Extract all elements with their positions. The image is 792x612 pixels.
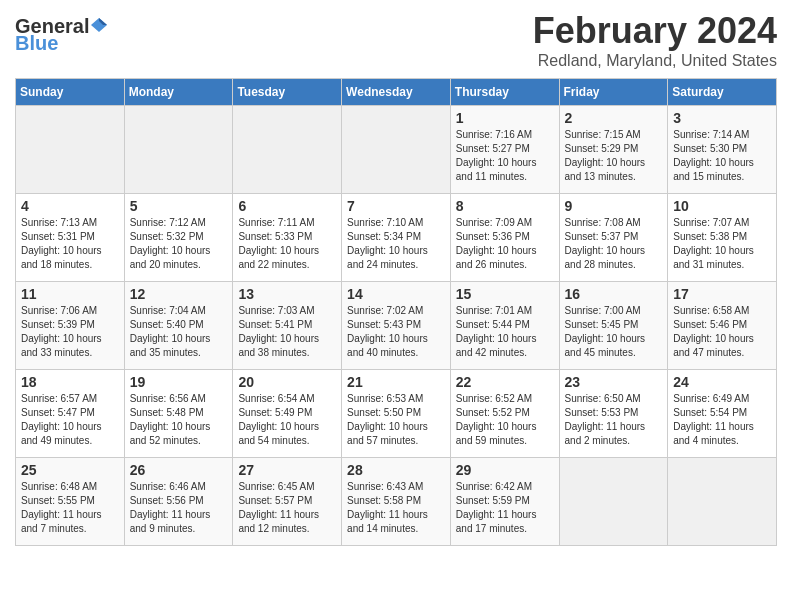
day-cell (559, 458, 668, 546)
day-info: Sunrise: 7:10 AM Sunset: 5:34 PM Dayligh… (347, 216, 445, 272)
day-number: 12 (130, 286, 228, 302)
day-info: Sunrise: 6:52 AM Sunset: 5:52 PM Dayligh… (456, 392, 554, 448)
day-cell (124, 106, 233, 194)
col-header-friday: Friday (559, 79, 668, 106)
day-number: 5 (130, 198, 228, 214)
day-info: Sunrise: 6:48 AM Sunset: 5:55 PM Dayligh… (21, 480, 119, 536)
col-header-thursday: Thursday (450, 79, 559, 106)
day-cell: 2Sunrise: 7:15 AM Sunset: 5:29 PM Daylig… (559, 106, 668, 194)
day-cell (16, 106, 125, 194)
day-info: Sunrise: 7:03 AM Sunset: 5:41 PM Dayligh… (238, 304, 336, 360)
day-info: Sunrise: 6:46 AM Sunset: 5:56 PM Dayligh… (130, 480, 228, 536)
day-cell: 27Sunrise: 6:45 AM Sunset: 5:57 PM Dayli… (233, 458, 342, 546)
day-info: Sunrise: 7:01 AM Sunset: 5:44 PM Dayligh… (456, 304, 554, 360)
day-cell: 1Sunrise: 7:16 AM Sunset: 5:27 PM Daylig… (450, 106, 559, 194)
day-info: Sunrise: 6:50 AM Sunset: 5:53 PM Dayligh… (565, 392, 663, 448)
day-info: Sunrise: 7:00 AM Sunset: 5:45 PM Dayligh… (565, 304, 663, 360)
month-title: February 2024 (533, 10, 777, 52)
logo: General Blue (15, 10, 108, 55)
week-row-3: 11Sunrise: 7:06 AM Sunset: 5:39 PM Dayli… (16, 282, 777, 370)
day-cell (342, 106, 451, 194)
day-number: 7 (347, 198, 445, 214)
day-number: 9 (565, 198, 663, 214)
day-info: Sunrise: 7:02 AM Sunset: 5:43 PM Dayligh… (347, 304, 445, 360)
col-header-saturday: Saturday (668, 79, 777, 106)
day-number: 11 (21, 286, 119, 302)
week-row-2: 4Sunrise: 7:13 AM Sunset: 5:31 PM Daylig… (16, 194, 777, 282)
week-row-5: 25Sunrise: 6:48 AM Sunset: 5:55 PM Dayli… (16, 458, 777, 546)
day-cell: 24Sunrise: 6:49 AM Sunset: 5:54 PM Dayli… (668, 370, 777, 458)
logo-blue-text: Blue (15, 32, 58, 55)
title-area: February 2024 Redland, Maryland, United … (533, 10, 777, 70)
day-cell: 7Sunrise: 7:10 AM Sunset: 5:34 PM Daylig… (342, 194, 451, 282)
day-cell: 25Sunrise: 6:48 AM Sunset: 5:55 PM Dayli… (16, 458, 125, 546)
day-info: Sunrise: 7:07 AM Sunset: 5:38 PM Dayligh… (673, 216, 771, 272)
day-cell: 17Sunrise: 6:58 AM Sunset: 5:46 PM Dayli… (668, 282, 777, 370)
day-number: 28 (347, 462, 445, 478)
day-number: 8 (456, 198, 554, 214)
day-cell: 12Sunrise: 7:04 AM Sunset: 5:40 PM Dayli… (124, 282, 233, 370)
day-number: 13 (238, 286, 336, 302)
col-header-monday: Monday (124, 79, 233, 106)
week-row-4: 18Sunrise: 6:57 AM Sunset: 5:47 PM Dayli… (16, 370, 777, 458)
day-cell: 22Sunrise: 6:52 AM Sunset: 5:52 PM Dayli… (450, 370, 559, 458)
day-cell: 29Sunrise: 6:42 AM Sunset: 5:59 PM Dayli… (450, 458, 559, 546)
day-number: 6 (238, 198, 336, 214)
day-cell: 18Sunrise: 6:57 AM Sunset: 5:47 PM Dayli… (16, 370, 125, 458)
day-number: 23 (565, 374, 663, 390)
location-title: Redland, Maryland, United States (533, 52, 777, 70)
day-info: Sunrise: 6:45 AM Sunset: 5:57 PM Dayligh… (238, 480, 336, 536)
day-info: Sunrise: 6:57 AM Sunset: 5:47 PM Dayligh… (21, 392, 119, 448)
day-cell: 5Sunrise: 7:12 AM Sunset: 5:32 PM Daylig… (124, 194, 233, 282)
day-cell: 16Sunrise: 7:00 AM Sunset: 5:45 PM Dayli… (559, 282, 668, 370)
day-info: Sunrise: 6:53 AM Sunset: 5:50 PM Dayligh… (347, 392, 445, 448)
logo-icon (90, 16, 108, 34)
day-number: 2 (565, 110, 663, 126)
day-cell: 20Sunrise: 6:54 AM Sunset: 5:49 PM Dayli… (233, 370, 342, 458)
day-number: 22 (456, 374, 554, 390)
day-cell: 13Sunrise: 7:03 AM Sunset: 5:41 PM Dayli… (233, 282, 342, 370)
day-info: Sunrise: 6:54 AM Sunset: 5:49 PM Dayligh… (238, 392, 336, 448)
day-cell: 6Sunrise: 7:11 AM Sunset: 5:33 PM Daylig… (233, 194, 342, 282)
day-number: 15 (456, 286, 554, 302)
day-number: 21 (347, 374, 445, 390)
day-info: Sunrise: 6:43 AM Sunset: 5:58 PM Dayligh… (347, 480, 445, 536)
day-cell: 23Sunrise: 6:50 AM Sunset: 5:53 PM Dayli… (559, 370, 668, 458)
day-info: Sunrise: 7:13 AM Sunset: 5:31 PM Dayligh… (21, 216, 119, 272)
week-row-1: 1Sunrise: 7:16 AM Sunset: 5:27 PM Daylig… (16, 106, 777, 194)
day-cell (233, 106, 342, 194)
day-number: 14 (347, 286, 445, 302)
day-info: Sunrise: 6:58 AM Sunset: 5:46 PM Dayligh… (673, 304, 771, 360)
day-cell: 3Sunrise: 7:14 AM Sunset: 5:30 PM Daylig… (668, 106, 777, 194)
col-header-tuesday: Tuesday (233, 79, 342, 106)
day-info: Sunrise: 6:56 AM Sunset: 5:48 PM Dayligh… (130, 392, 228, 448)
day-cell (668, 458, 777, 546)
day-info: Sunrise: 7:11 AM Sunset: 5:33 PM Dayligh… (238, 216, 336, 272)
day-cell: 21Sunrise: 6:53 AM Sunset: 5:50 PM Dayli… (342, 370, 451, 458)
day-info: Sunrise: 7:06 AM Sunset: 5:39 PM Dayligh… (21, 304, 119, 360)
day-number: 20 (238, 374, 336, 390)
day-info: Sunrise: 7:12 AM Sunset: 5:32 PM Dayligh… (130, 216, 228, 272)
day-number: 17 (673, 286, 771, 302)
day-info: Sunrise: 6:49 AM Sunset: 5:54 PM Dayligh… (673, 392, 771, 448)
day-cell: 9Sunrise: 7:08 AM Sunset: 5:37 PM Daylig… (559, 194, 668, 282)
day-cell: 11Sunrise: 7:06 AM Sunset: 5:39 PM Dayli… (16, 282, 125, 370)
calendar-table: SundayMondayTuesdayWednesdayThursdayFrid… (15, 78, 777, 546)
day-number: 16 (565, 286, 663, 302)
day-number: 27 (238, 462, 336, 478)
day-number: 18 (21, 374, 119, 390)
header-row: SundayMondayTuesdayWednesdayThursdayFrid… (16, 79, 777, 106)
day-cell: 28Sunrise: 6:43 AM Sunset: 5:58 PM Dayli… (342, 458, 451, 546)
header: General Blue February 2024 Redland, Mary… (15, 10, 777, 70)
day-info: Sunrise: 7:14 AM Sunset: 5:30 PM Dayligh… (673, 128, 771, 184)
day-info: Sunrise: 7:16 AM Sunset: 5:27 PM Dayligh… (456, 128, 554, 184)
col-header-sunday: Sunday (16, 79, 125, 106)
day-number: 4 (21, 198, 119, 214)
day-number: 26 (130, 462, 228, 478)
day-number: 25 (21, 462, 119, 478)
day-number: 10 (673, 198, 771, 214)
day-info: Sunrise: 7:08 AM Sunset: 5:37 PM Dayligh… (565, 216, 663, 272)
day-info: Sunrise: 6:42 AM Sunset: 5:59 PM Dayligh… (456, 480, 554, 536)
day-number: 29 (456, 462, 554, 478)
day-cell: 19Sunrise: 6:56 AM Sunset: 5:48 PM Dayli… (124, 370, 233, 458)
